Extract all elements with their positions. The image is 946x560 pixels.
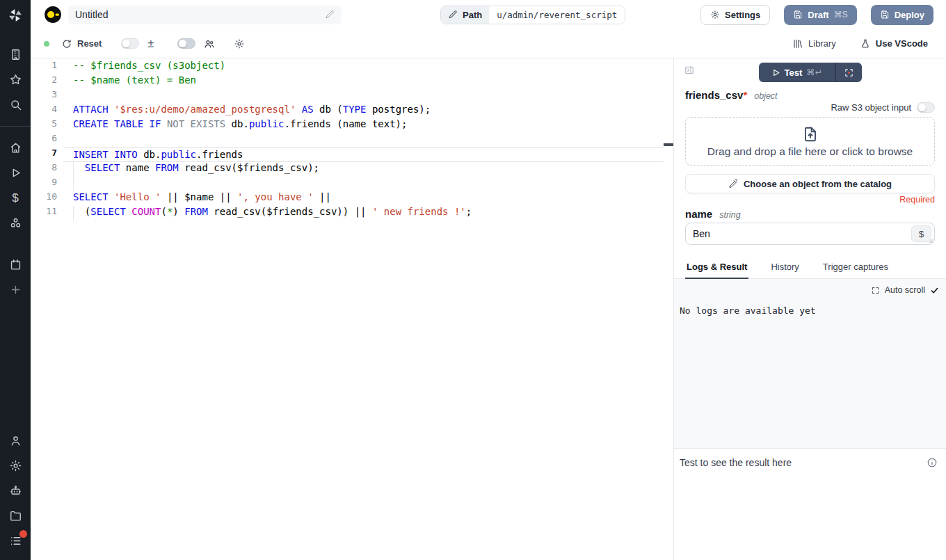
editor-code[interactable]: -- $friends_csv (s3object)-- $name (text… bbox=[63, 60, 664, 221]
editor-toolbar: Reset ± Library bbox=[31, 29, 946, 58]
sidebar-item-add[interactable] bbox=[0, 277, 31, 302]
settings-button[interactable]: Settings bbox=[700, 5, 770, 25]
tab-logs-result[interactable]: Logs & Result bbox=[685, 262, 748, 279]
name-input[interactable] bbox=[686, 228, 934, 239]
code-line[interactable]: SELECT name FROM read_csv($friends_csv); bbox=[63, 162, 664, 177]
deploy-label: Deploy bbox=[895, 10, 924, 20]
plus-icon bbox=[9, 283, 22, 296]
library-button[interactable]: Library bbox=[792, 38, 836, 49]
sidebar-item-audit-logs[interactable] bbox=[0, 528, 31, 553]
info-icon bbox=[927, 457, 938, 468]
raw-s3-toggle-label: Raw S3 object input bbox=[831, 102, 911, 113]
sidebar-item-favorites[interactable] bbox=[0, 67, 31, 92]
line-number: 8 bbox=[31, 162, 63, 177]
sidebar-item-account[interactable] bbox=[0, 428, 31, 453]
capture-test-button[interactable] bbox=[836, 63, 862, 82]
sidebar-item-folders[interactable] bbox=[0, 503, 31, 528]
test-button[interactable]: Test ⌘↵ bbox=[759, 63, 835, 82]
editor-scrollbar[interactable] bbox=[664, 58, 673, 560]
result-info-button[interactable] bbox=[927, 457, 938, 468]
scrollbar-cursor-marker bbox=[664, 143, 673, 146]
raw-s3-toggle[interactable] bbox=[917, 102, 935, 113]
capture-frame-icon bbox=[844, 67, 854, 78]
edit-title-button[interactable] bbox=[325, 10, 335, 19]
code-line[interactable]: -- $name (text) = Ben bbox=[63, 74, 664, 89]
sidebar-item-settings[interactable] bbox=[0, 453, 31, 478]
test-label: Test bbox=[785, 67, 803, 78]
code-line[interactable]: SELECT 'Hello ' || $name || ', you have … bbox=[63, 191, 664, 206]
required-hint: Required bbox=[685, 195, 935, 205]
multiplayer-toggle[interactable] bbox=[177, 38, 195, 49]
pencil-icon bbox=[325, 10, 335, 19]
line-number: 9 bbox=[31, 177, 63, 191]
sidebar-item-search[interactable] bbox=[0, 92, 31, 117]
expand-icon bbox=[871, 286, 880, 295]
dollar-icon: $ bbox=[12, 192, 18, 204]
file-dropzone[interactable]: Drag and drop a file here or click to br… bbox=[685, 117, 935, 166]
tab-history[interactable]: History bbox=[769, 262, 800, 278]
line-number: 6 bbox=[31, 133, 63, 147]
script-title-box[interactable]: Untitled bbox=[68, 6, 342, 24]
autoscroll-control[interactable]: Auto scroll bbox=[680, 285, 940, 295]
users-icon bbox=[204, 38, 215, 49]
code-line[interactable]: ATTACH '$res:u/demo/amazed_postgresql' A… bbox=[63, 104, 664, 118]
test-button-group: Test ⌘↵ bbox=[759, 63, 862, 82]
sidebar-item-home[interactable] bbox=[0, 135, 31, 160]
windmill-logo[interactable] bbox=[0, 0, 31, 31]
name-input-wrapper: $ bbox=[685, 223, 935, 245]
code-line[interactable]: -- $friends_csv (s3object) bbox=[63, 60, 664, 74]
save-icon bbox=[880, 10, 890, 19]
pencil-icon bbox=[448, 10, 458, 19]
test-shortcut: ⌘↵ bbox=[806, 67, 822, 77]
tab-trigger-captures[interactable]: Trigger captures bbox=[821, 262, 890, 278]
diff-toggle[interactable] bbox=[121, 38, 139, 49]
user-icon bbox=[9, 434, 22, 447]
sidebar-item-workspace[interactable] bbox=[0, 42, 31, 67]
draft-button[interactable]: Draft ⌘S bbox=[784, 5, 856, 25]
collapse-panel-button[interactable] bbox=[684, 65, 695, 76]
code-line[interactable] bbox=[63, 133, 664, 147]
arg-type: object bbox=[754, 91, 777, 101]
panel-tabs: Logs & Result History Trigger captures bbox=[674, 262, 946, 279]
catalog-button-label: Choose an object from the catalog bbox=[744, 179, 892, 189]
search-icon bbox=[9, 98, 22, 111]
resize-grip-icon bbox=[927, 237, 933, 243]
script-title: Untitled bbox=[75, 9, 108, 20]
sidebar-divider bbox=[0, 126, 31, 127]
resize-handle[interactable] bbox=[927, 237, 933, 243]
line-number: 7 bbox=[31, 147, 63, 162]
editor-gutter: 1234567891011 bbox=[31, 60, 63, 221]
sidebar-item-ai[interactable] bbox=[0, 478, 31, 503]
duckdb-language-icon bbox=[44, 6, 62, 24]
code-editor[interactable]: 1234567891011 -- $friends_csv (s3object)… bbox=[31, 58, 673, 560]
use-vscode-button[interactable]: Use VScode bbox=[860, 38, 928, 49]
library-icon bbox=[792, 38, 803, 49]
arg-name: friends_csv bbox=[685, 89, 743, 101]
code-line[interactable] bbox=[63, 177, 664, 191]
result-placeholder: Test to see the result here bbox=[680, 457, 792, 468]
calendar-icon bbox=[9, 258, 22, 271]
sidebar-item-schedules[interactable] bbox=[0, 252, 31, 277]
reset-button[interactable]: Reset bbox=[61, 38, 102, 49]
line-number: 11 bbox=[31, 206, 63, 221]
path-chip[interactable]: Path u/admin/reverent_script bbox=[440, 6, 625, 24]
pipette-icon bbox=[728, 179, 738, 189]
draft-shortcut: ⌘S bbox=[834, 10, 848, 19]
code-line[interactable]: INSERT INTO db.public.friends bbox=[63, 147, 664, 162]
path-chip-label-area: Path bbox=[441, 6, 489, 24]
sidebar-item-variables[interactable]: $ bbox=[0, 185, 31, 210]
choose-object-catalog-button[interactable]: Choose an object from the catalog bbox=[685, 174, 935, 193]
test-panel: Test ⌘↵ bbox=[673, 58, 946, 560]
editor-settings-button[interactable] bbox=[234, 38, 245, 49]
code-line[interactable] bbox=[63, 89, 664, 104]
code-line[interactable]: (SELECT COUNT(*) FROM read_csv($friends_… bbox=[63, 206, 664, 221]
multiplayer-users-button[interactable] bbox=[204, 38, 215, 49]
app-sidebar: $ bbox=[0, 0, 31, 560]
line-number: 10 bbox=[31, 191, 63, 206]
plus-minus-icon[interactable]: ± bbox=[147, 38, 154, 49]
sidebar-item-resources[interactable] bbox=[0, 210, 31, 235]
file-upload-icon bbox=[801, 125, 819, 143]
deploy-button[interactable]: Deploy bbox=[871, 5, 933, 25]
code-line[interactable]: CREATE TABLE IF NOT EXISTS db.public.fri… bbox=[63, 118, 664, 133]
sidebar-item-runs[interactable] bbox=[0, 160, 31, 185]
